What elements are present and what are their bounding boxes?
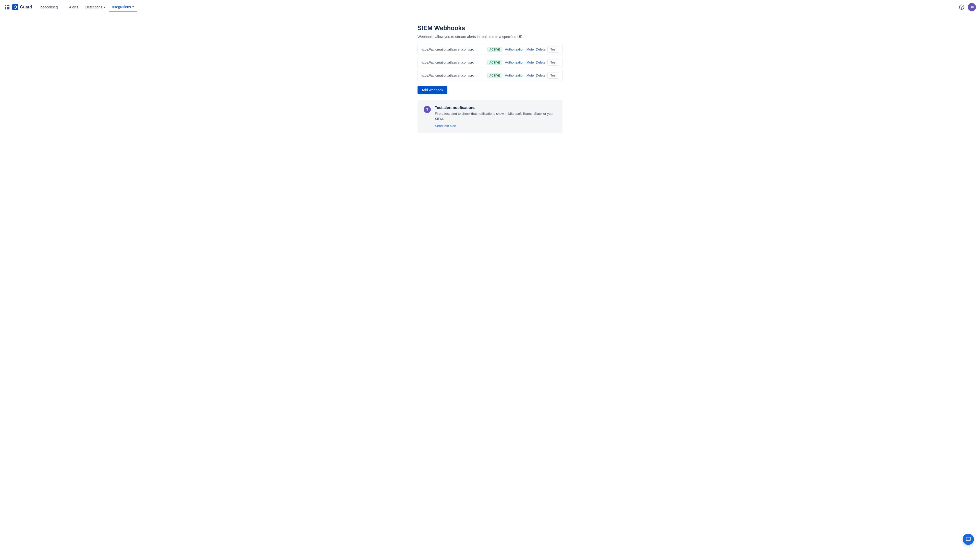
webhook-url-3: https://automation.atlassian.com/pro xyxy=(421,73,484,77)
webhook-row: https://automation.atlassian.com/pro ACT… xyxy=(417,57,563,68)
webhook-status-1: ACTIVE xyxy=(487,47,502,52)
nav-workspace: beaconseq xyxy=(40,5,58,9)
svg-rect-6 xyxy=(5,8,6,10)
authorization-link-2[interactable]: Authorization xyxy=(505,60,525,64)
nav-brand[interactable]: Guard xyxy=(12,4,32,10)
page-description: Webhooks allow you to stream alerts in r… xyxy=(417,35,563,39)
mute-link-1[interactable]: Mute xyxy=(527,48,534,51)
test-alert-content: Test alert notifications Fire a test ale… xyxy=(435,105,556,128)
delete-link-2[interactable]: Delete xyxy=(536,60,546,64)
mute-link-2[interactable]: Mute xyxy=(527,60,534,64)
test-alert-description: Fire a test alert to check that notifica… xyxy=(435,111,556,121)
test-button-1[interactable]: Test xyxy=(547,46,559,52)
webhook-actions-3: Authorization Mute Delete Test xyxy=(505,72,559,79)
webhook-status-3: ACTIVE xyxy=(487,73,502,78)
apps-icon[interactable] xyxy=(4,4,10,10)
webhook-row: https://automation.atlassian.com/pro ACT… xyxy=(417,44,563,55)
delete-link-1[interactable]: Delete xyxy=(536,48,546,51)
nav-links: Alerts Detections ▾ Integrations ▾ xyxy=(66,3,137,11)
nav-link-integrations[interactable]: Integrations ▾ xyxy=(109,3,137,11)
test-alert-title: Test alert notifications xyxy=(435,105,556,110)
send-test-alert-link[interactable]: Send test alert xyxy=(435,124,456,128)
brand-name: Guard xyxy=(20,5,32,10)
webhook-actions-2: Authorization Mute Delete Test xyxy=(505,59,559,65)
webhook-url-1: https://automation.atlassian.com/pro xyxy=(421,48,484,51)
webhook-url-2: https://automation.atlassian.com/pro xyxy=(421,60,484,64)
webhook-actions-1: Authorization Mute Delete Test xyxy=(505,46,559,52)
webhook-status-2: ACTIVE xyxy=(487,60,502,65)
svg-rect-4 xyxy=(6,6,8,8)
nav-right: BC xyxy=(958,3,976,11)
nav-link-alerts[interactable]: Alerts xyxy=(66,3,81,11)
svg-rect-8 xyxy=(8,8,10,10)
svg-rect-0 xyxy=(5,5,6,6)
authorization-link-1[interactable]: Authorization xyxy=(505,48,525,51)
svg-rect-2 xyxy=(8,5,10,6)
page-title: SIEM Webhooks xyxy=(417,24,563,32)
main-content: SIEM Webhooks Webhooks allow you to stre… xyxy=(0,14,980,143)
test-button-2[interactable]: Test xyxy=(547,59,559,65)
brand-logo xyxy=(12,4,18,10)
user-avatar[interactable]: BC xyxy=(968,3,976,11)
nav-link-detections[interactable]: Detections ▾ xyxy=(82,3,108,11)
svg-rect-5 xyxy=(8,6,10,8)
add-webhook-button[interactable]: Add webhook xyxy=(417,86,447,94)
svg-rect-3 xyxy=(5,6,6,8)
integrations-chevron-icon: ▾ xyxy=(132,5,134,8)
authorization-link-3[interactable]: Authorization xyxy=(505,73,525,77)
help-button[interactable] xyxy=(958,3,966,11)
content-wrapper: SIEM Webhooks Webhooks allow you to stre… xyxy=(414,24,566,133)
webhook-row: https://automation.atlassian.com/pro ACT… xyxy=(417,70,563,81)
detections-chevron-icon: ▾ xyxy=(104,6,105,8)
test-button-3[interactable]: Test xyxy=(547,72,559,79)
navbar: Guard beaconseq Alerts Detections ▾ Inte… xyxy=(0,0,980,14)
test-alert-icon: ? xyxy=(424,106,431,113)
svg-rect-7 xyxy=(6,8,8,10)
mute-link-3[interactable]: Mute xyxy=(527,73,534,77)
nav-left: Guard beaconseq Alerts Detections ▾ Inte… xyxy=(4,3,137,11)
webhook-list: https://automation.atlassian.com/pro ACT… xyxy=(417,44,563,81)
test-alert-box: ? Test alert notifications Fire a test a… xyxy=(417,100,563,133)
delete-link-3[interactable]: Delete xyxy=(536,73,546,77)
svg-rect-1 xyxy=(6,5,8,6)
